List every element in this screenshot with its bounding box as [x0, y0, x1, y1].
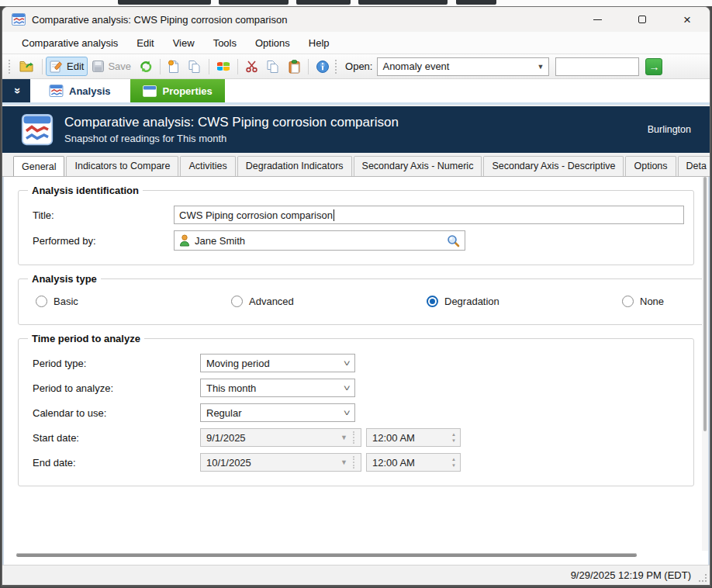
vertical-scrollbar[interactable]	[702, 177, 708, 551]
app-window: Comparative analysis: CWS Piping corrosi…	[2, 6, 710, 586]
resize-grip[interactable]	[699, 574, 707, 582]
close-icon: ×	[683, 13, 691, 26]
menu-edit[interactable]: Edit	[128, 34, 162, 52]
period-to-analyze-label: Period to analyze:	[33, 382, 200, 394]
cut-scissors-icon	[245, 60, 258, 73]
text-caret	[334, 209, 334, 221]
dropdown-arrow-icon: ▼	[340, 458, 347, 466]
menu-view[interactable]: View	[164, 34, 203, 52]
refresh-button[interactable]	[135, 57, 157, 76]
open-folder-button[interactable]	[16, 57, 39, 76]
dropdown-arrow-icon: ▼	[537, 63, 544, 71]
new-item-button[interactable]	[164, 57, 184, 77]
minimize-icon	[593, 19, 602, 20]
toolbar-separator	[308, 59, 309, 74]
toolbar-grip[interactable]	[335, 60, 338, 74]
go-button[interactable]: →	[645, 58, 662, 75]
tab-properties[interactable]: Properties	[130, 79, 224, 102]
end-time-spinner[interactable]: 12:00 AM ▲▼	[366, 453, 461, 472]
maximize-button[interactable]	[620, 7, 665, 32]
radio-option-none[interactable]: None	[622, 296, 710, 307]
radio-icon	[231, 296, 243, 307]
field-grip	[353, 456, 355, 469]
tab-details-clipped[interactable]: Deta	[678, 156, 710, 176]
quick-open-input[interactable]	[555, 57, 639, 76]
cut-button[interactable]	[241, 57, 262, 76]
tab-degradation-indicators[interactable]: Degradation Indicators	[237, 156, 352, 176]
analysis-type-group: Analysis type Basic Advanced Degradation…	[18, 273, 710, 325]
menu-tools[interactable]: Tools	[205, 34, 245, 52]
performed-by-input[interactable]: Jane Smith	[174, 230, 465, 251]
radio-option-basic[interactable]: Basic	[36, 296, 231, 307]
period-type-value: Moving period	[206, 358, 344, 369]
maximize-icon	[638, 16, 646, 23]
horizontal-scrollbar[interactable]	[4, 553, 700, 559]
period-type-dropdown[interactable]: Moving period ˅	[200, 354, 355, 372]
start-time-spinner[interactable]: 12:00 AM ▲▼	[366, 428, 461, 447]
toolbar-separator	[209, 59, 209, 74]
collapse-panel-button[interactable]: «	[2, 79, 30, 102]
copy-page-icon	[188, 60, 202, 74]
close-button[interactable]: ×	[665, 7, 710, 32]
status-bar: 9/29/2025 12:19 PM (EDT)	[2, 565, 710, 585]
toolbar-grip[interactable]	[9, 60, 12, 74]
start-date-picker[interactable]: 9/1/2025 ▼	[200, 428, 361, 447]
copy-button[interactable]	[262, 57, 284, 77]
toolbar-separator	[160, 59, 161, 74]
tab-options[interactable]: Options	[625, 156, 676, 176]
info-icon	[316, 60, 330, 74]
edit-button-label: Edit	[67, 61, 84, 72]
paste-button[interactable]	[284, 57, 305, 77]
end-date-value: 10/1/2025	[206, 457, 340, 469]
radio-label: Basic	[54, 296, 78, 307]
radio-icon	[36, 296, 47, 307]
radio-option-advanced[interactable]: Advanced	[231, 296, 427, 307]
tab-analysis[interactable]: Analysis	[36, 79, 123, 102]
edit-button[interactable]: Edit	[46, 57, 88, 76]
menu-options[interactable]: Options	[247, 34, 299, 52]
go-arrow-icon: →	[648, 61, 659, 73]
header-banner: Comparative analysis: CWS Piping corrosi…	[2, 106, 710, 153]
tab-activities[interactable]: Activities	[180, 156, 235, 176]
vertical-scrollbar-thumb[interactable]	[703, 177, 707, 431]
chevron-down-icon: ˅	[343, 408, 350, 417]
menu-comparative-analysis[interactable]: Comparative analysis	[13, 34, 126, 52]
spinner-arrows-icon[interactable]: ▲▼	[449, 457, 458, 468]
tab-indicators-to-compare[interactable]: Indicators to Compare	[66, 156, 178, 176]
menu-help[interactable]: Help	[300, 34, 338, 52]
save-button-label: Save	[108, 61, 131, 72]
save-button[interactable]: Save	[88, 57, 135, 76]
search-icon[interactable]	[447, 234, 460, 247]
calendar-dropdown[interactable]: Regular ˅	[200, 403, 355, 422]
tab-analysis-label: Analysis	[69, 85, 110, 97]
info-button[interactable]	[312, 57, 334, 77]
status-timestamp: 9/29/2025 12:19 PM (EDT)	[571, 569, 691, 581]
minimize-button[interactable]	[575, 7, 620, 32]
menu-bar: Comparative analysis Edit View Tools Opt…	[2, 32, 710, 54]
page-tab-strip: General Indicators to Compare Activities…	[2, 156, 710, 177]
general-tab-content: Analysis identification Title: CWS Pipin…	[2, 177, 710, 565]
app-chart-icon	[12, 13, 26, 26]
duplicate-button[interactable]	[184, 57, 206, 77]
tab-secondary-axis-numeric[interactable]: Secondary Axis - Numeric	[354, 156, 482, 176]
title-input[interactable]: CWS Piping corrosion comparison	[174, 206, 684, 224]
open-target-dropdown[interactable]: Anomaly event ▼	[377, 57, 549, 76]
field-grip	[353, 431, 355, 444]
period-to-analyze-dropdown[interactable]: This month ˅	[200, 379, 355, 397]
horizontal-scrollbar-thumb[interactable]	[16, 553, 637, 557]
toolbar-separator	[237, 59, 238, 74]
copy-icon	[266, 60, 280, 74]
dropdown-arrow-icon: ▼	[340, 434, 347, 441]
start-time-value: 12:00 AM	[372, 432, 449, 444]
windows-app-button[interactable]	[213, 57, 234, 76]
radio-option-degradation[interactable]: Degradation	[427, 296, 622, 307]
performed-by-value: Jane Smith	[195, 235, 245, 247]
spinner-arrows-icon[interactable]: ▲▼	[449, 432, 458, 443]
tab-general[interactable]: General	[13, 156, 64, 177]
person-icon	[179, 234, 190, 247]
end-date-picker[interactable]: 10/1/2025 ▼	[200, 453, 361, 472]
title-label: Title:	[33, 209, 174, 221]
folder-export-icon	[19, 60, 35, 73]
time-period-label: Time period to analyze	[28, 333, 144, 344]
tab-secondary-axis-descriptive[interactable]: Secondary Axis - Descriptive	[483, 156, 624, 176]
